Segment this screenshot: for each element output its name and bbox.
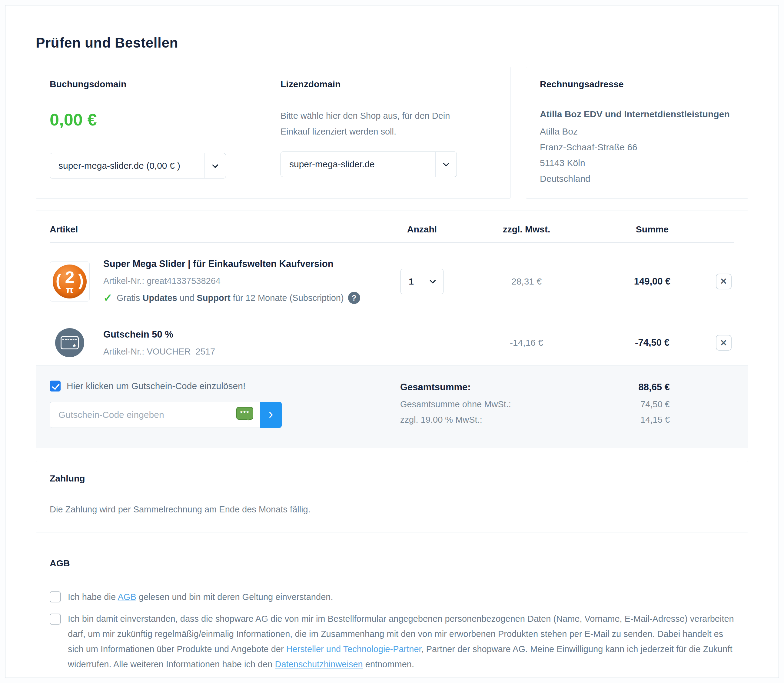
- terms-checkbox-label: Ich habe die AGB gelesen und bin mit der…: [68, 589, 734, 604]
- billing-city: 51143 Köln: [540, 155, 734, 171]
- cart-header-row: Artikel Anzahl zzgl. Mwst. Summe: [50, 224, 734, 234]
- star-icon: ★: [72, 343, 77, 348]
- billing-country: Deutschland: [540, 171, 734, 187]
- vat-total-label: zzgl. 19.00 % MwSt.:: [400, 415, 482, 425]
- voucher-submit-button[interactable]: ›: [260, 402, 282, 428]
- logo-glyph: π: [66, 285, 74, 295]
- cart-item-info: Gutschein 50 % Artikel-Nr.: VOUCHER_2517: [103, 329, 215, 357]
- cart-item-vat: 28,31 €: [461, 276, 592, 287]
- cart-item-quantity-cell: 1: [382, 269, 461, 294]
- logo-glyph: 2: [65, 269, 74, 286]
- cart-item-article-number: Artikel-Nr.: great41337538264: [103, 276, 360, 286]
- net-total-row: Gesamtsumme ohne MwSt.: 74,50 €: [400, 399, 670, 409]
- license-domain-heading: Lizenzdomain: [280, 79, 496, 90]
- cart-item-title: Super Mega Slider | für Einkaufswelten K…: [103, 258, 360, 269]
- voucher-checkbox[interactable]: [50, 381, 61, 391]
- divider: [50, 491, 734, 491]
- chevron-down-icon: [205, 153, 226, 178]
- cart-item-sum: 149,00 €: [592, 276, 713, 287]
- booking-domain-section: Buchungsdomain 0,00 € super-mega-slider.…: [50, 79, 259, 186]
- terms-heading: AGB: [50, 558, 734, 568]
- total-label: Gesamtsumme:: [400, 382, 471, 393]
- subscription-info-line: ✓ Gratis Updates und Support für 12 Mona…: [103, 292, 360, 304]
- cart-item-article-number: Artikel-Nr.: VOUCHER_2517: [103, 347, 215, 357]
- cart-item-vat: -14,16 €: [461, 338, 592, 348]
- vat-total-value: 14,15 €: [640, 415, 670, 425]
- booking-domain-select-value: super-mega-slider.de (0,00 € ): [50, 153, 205, 178]
- voucher-section: Hier klicken um Gutschein-Code einzulöse…: [50, 381, 295, 428]
- net-total-label: Gesamtsumme ohne MwSt.:: [400, 399, 511, 409]
- chevron-down-icon: [422, 269, 443, 294]
- license-domain-description: Bitte wähle hier den Shop aus, für den D…: [280, 108, 474, 139]
- logo-glyph: (: [56, 273, 61, 288]
- cart-item-remove-cell: ✕: [713, 274, 734, 289]
- logo-glyph: ): [78, 273, 83, 288]
- net-total-value: 74,50 €: [640, 399, 670, 409]
- product-thumbnail: ( 2 π ): [50, 261, 90, 301]
- plugin-logo-icon: ( 2 π ): [53, 265, 86, 298]
- terms-checkbox-row: Ich habe die AGB gelesen und bin mit der…: [50, 589, 734, 604]
- license-domain-section: Lizenzdomain Bitte wähle hier den Shop a…: [280, 79, 496, 186]
- voucher-checkbox-row[interactable]: Hier klicken um Gutschein-Code einzulöse…: [50, 381, 295, 391]
- booking-domain-select[interactable]: super-mega-slider.de (0,00 € ): [50, 153, 226, 178]
- payment-heading: Zahlung: [50, 473, 734, 484]
- booking-price: 0,00 €: [50, 110, 259, 129]
- chat-bubble-icon: ***: [236, 407, 253, 420]
- cart-footer: Hier klicken um Gutschein-Code einzulöse…: [36, 365, 748, 448]
- remove-item-button[interactable]: ✕: [716, 274, 731, 289]
- quantity-select-value: 1: [401, 269, 422, 294]
- billing-name: Atilla Boz: [540, 123, 734, 139]
- cart-item-sum: -74,50 €: [592, 337, 713, 348]
- billing-address-heading: Rechnungsadresse: [540, 79, 734, 90]
- chevron-down-icon: [435, 152, 456, 177]
- voucher-icon: ★: [55, 328, 84, 357]
- dashed-line: [62, 339, 77, 340]
- voucher-form: *** ›: [50, 402, 295, 428]
- column-header-article: Artikel: [50, 224, 382, 234]
- payment-panel: Zahlung Die Zahlung wird per Sammelrechn…: [36, 461, 748, 532]
- column-header-sum: Summe: [592, 224, 713, 234]
- privacy-policy-link[interactable]: Datenschutzhinweisen: [275, 659, 363, 669]
- total-row: Gesamtsumme: 88,65 €: [400, 382, 670, 393]
- privacy-checkbox-label: Ich bin damit einverstanden, dass die sh…: [68, 611, 734, 672]
- cart-panel: Artikel Anzahl zzgl. Mwst. Summe ( 2 π ): [36, 211, 748, 448]
- partner-link[interactable]: Hersteller und Technologie-Partner: [286, 644, 421, 654]
- booking-domain-heading: Buchungsdomain: [50, 79, 259, 90]
- license-domain-select-value: super-mega-slider.de: [281, 152, 435, 177]
- subscription-text: Gratis Updates und Support für 12 Monate…: [117, 293, 344, 303]
- cart-item-row: ★ Gutschein 50 % Artikel-Nr.: VOUCHER_25…: [50, 320, 734, 365]
- page-title: Prüfen und Bestellen: [36, 35, 748, 51]
- checkout-card: Prüfen und Bestellen Buchungsdomain 0,00…: [5, 5, 779, 678]
- cart-item-remove-cell: ✕: [713, 335, 734, 351]
- cart-item-info: Super Mega Slider | für Einkaufswelten K…: [103, 258, 360, 304]
- billing-company: Atilla Boz EDV und Internetdienstleistun…: [540, 109, 734, 119]
- terms-checkbox[interactable]: [50, 592, 61, 603]
- total-value: 88,65 €: [638, 382, 670, 393]
- agb-link[interactable]: AGB: [118, 592, 136, 602]
- terms-panel: AGB Ich habe die AGB gelesen und bin mit…: [36, 546, 748, 678]
- license-domain-select[interactable]: super-mega-slider.de: [280, 152, 457, 177]
- quantity-select[interactable]: 1: [400, 269, 443, 294]
- cart-item-article-cell: ★ Gutschein 50 % Artikel-Nr.: VOUCHER_25…: [50, 328, 382, 357]
- check-icon: ✓: [103, 292, 112, 304]
- billing-address-panel: Rechnungsadresse Atilla Boz EDV und Inte…: [526, 67, 748, 199]
- billing-street: Franz-Schaaf-Straße 66: [540, 139, 734, 155]
- totals-section: Gesamtsumme: 88,65 € Gesamtsumme ohne Mw…: [400, 382, 670, 430]
- domains-panel: Buchungsdomain 0,00 € super-mega-slider.…: [36, 67, 510, 199]
- cart-item-article-cell: ( 2 π ) Super Mega Slider | für Einkaufs…: [50, 258, 382, 304]
- remove-item-button[interactable]: ✕: [716, 335, 731, 351]
- privacy-checkbox[interactable]: [50, 614, 61, 625]
- voucher-card-glyph: ★: [61, 336, 79, 350]
- column-header-quantity: Anzahl: [382, 224, 461, 234]
- voucher-code-input[interactable]: [50, 402, 260, 428]
- column-header-vat: zzgl. Mwst.: [461, 224, 592, 234]
- payment-info-text: Die Zahlung wird per Sammelrechnung am E…: [50, 505, 734, 515]
- cart-item-row: ( 2 π ) Super Mega Slider | für Einkaufs…: [50, 243, 734, 320]
- vat-total-row: zzgl. 19.00 % MwSt.: 14,15 €: [400, 415, 670, 425]
- top-row: Buchungsdomain 0,00 € super-mega-slider.…: [36, 67, 748, 199]
- voucher-checkbox-label: Hier klicken um Gutschein-Code einzulöse…: [67, 381, 245, 391]
- cart-item-title: Gutschein 50 %: [103, 329, 215, 340]
- help-icon[interactable]: ?: [348, 292, 360, 304]
- privacy-checkbox-row: Ich bin damit einverstanden, dass die sh…: [50, 611, 734, 672]
